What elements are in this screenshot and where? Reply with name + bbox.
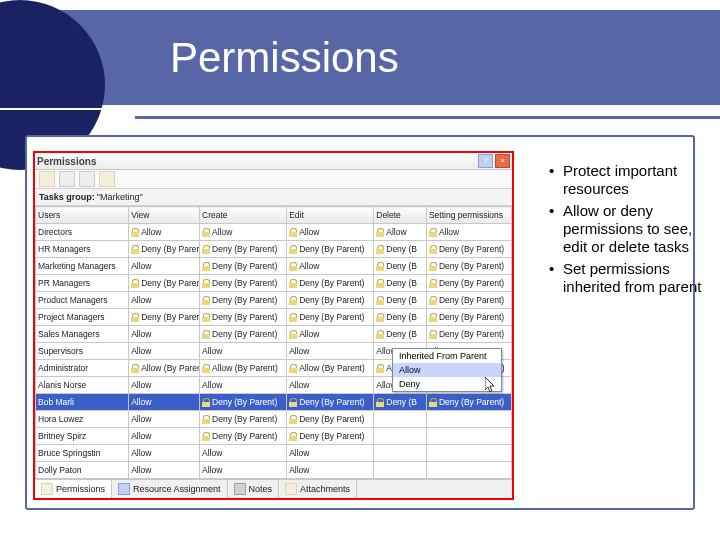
toolbar-button-3[interactable] [79, 171, 95, 187]
column-header[interactable]: Edit [287, 207, 374, 224]
permission-cell[interactable]: Deny (By Parent) [426, 292, 511, 309]
permission-cell[interactable]: Allow [287, 224, 374, 241]
permission-cell[interactable]: Deny (By Parent) [200, 258, 287, 275]
permission-cell[interactable]: Deny (B [374, 258, 427, 275]
permission-cell[interactable]: Deny (By Parent) [426, 241, 511, 258]
permission-cell[interactable]: Allow [129, 343, 200, 360]
permission-cell[interactable]: Deny (By Parent) [129, 309, 200, 326]
permission-cell[interactable]: Deny (By Parent) [287, 292, 374, 309]
menu-item[interactable]: Allow [393, 363, 501, 377]
permission-cell[interactable]: Deny (By Parent) [200, 411, 287, 428]
permission-cell[interactable] [374, 445, 427, 462]
permission-cell[interactable]: Allow [129, 394, 200, 411]
permission-cell[interactable]: Allow [129, 377, 200, 394]
permission-cell[interactable]: Deny (By Parent) [287, 241, 374, 258]
table-row[interactable]: Britney SpirzAllowDeny (By Parent)Deny (… [36, 428, 512, 445]
toolbar-button-1[interactable] [39, 171, 55, 187]
table-row[interactable]: DirectorsAllowAllowAllowAllowAllow [36, 224, 512, 241]
permission-cell[interactable]: Allow [287, 462, 374, 479]
permission-cell[interactable]: Deny (By Parent) [426, 394, 511, 411]
permission-cell[interactable]: Deny (B [374, 275, 427, 292]
table-row[interactable]: Bruce SpringstinAllowAllowAllow [36, 445, 512, 462]
permission-cell[interactable]: Deny (By Parent) [200, 292, 287, 309]
row-user-cell[interactable]: PR Managers [36, 275, 129, 292]
row-user-cell[interactable]: Project Managers [36, 309, 129, 326]
table-row[interactable]: Product ManagersAllowDeny (By Parent)Den… [36, 292, 512, 309]
permission-cell[interactable]: Allow [287, 343, 374, 360]
permission-cell[interactable]: Deny (B [374, 292, 427, 309]
row-user-cell[interactable]: Alanis Norse [36, 377, 129, 394]
permission-cell[interactable]: Allow [200, 462, 287, 479]
column-header[interactable]: Delete [374, 207, 427, 224]
permission-cell[interactable]: Deny (B [374, 241, 427, 258]
permission-cell[interactable]: Allow [129, 326, 200, 343]
row-user-cell[interactable]: Britney Spirz [36, 428, 129, 445]
tab-resource-assignment[interactable]: Resource Assignment [112, 480, 228, 498]
row-user-cell[interactable]: Bob Marli [36, 394, 129, 411]
permission-cell[interactable]: Allow [374, 224, 427, 241]
row-user-cell[interactable]: Dolly Paton [36, 462, 129, 479]
permission-cell[interactable]: Allow [129, 428, 200, 445]
permission-cell[interactable]: Deny (By Parent) [426, 326, 511, 343]
permission-cell[interactable]: Deny (By Parent) [200, 309, 287, 326]
permission-cell[interactable] [374, 428, 427, 445]
column-header[interactable]: View [129, 207, 200, 224]
permission-cell[interactable] [374, 411, 427, 428]
table-row[interactable]: Bob MarliAllowDeny (By Parent)Deny (By P… [36, 394, 512, 411]
permission-cell[interactable] [374, 462, 427, 479]
permission-cell[interactable]: Allow [200, 224, 287, 241]
table-row[interactable]: Project ManagersDeny (By Parent)Deny (By… [36, 309, 512, 326]
column-header[interactable]: Users [36, 207, 129, 224]
panel-help-icon[interactable]: ? [478, 154, 493, 168]
permission-cell[interactable]: Deny (By Parent) [287, 428, 374, 445]
menu-item[interactable]: Inherited From Parent [393, 349, 501, 363]
permission-cell[interactable]: Allow (By Parent) [287, 360, 374, 377]
permission-cell[interactable]: Allow [129, 411, 200, 428]
permission-cell[interactable]: Allow [200, 445, 287, 462]
toolbar-button-2[interactable] [59, 171, 75, 187]
row-user-cell[interactable]: Sales Managers [36, 326, 129, 343]
permission-cell[interactable]: Deny (By Parent) [426, 309, 511, 326]
permission-cell[interactable]: Allow [200, 377, 287, 394]
permission-cell[interactable]: Deny (B [374, 309, 427, 326]
permission-cell[interactable]: Allow [129, 462, 200, 479]
permission-cell[interactable]: Allow (By Parent) [200, 360, 287, 377]
row-user-cell[interactable]: HR Managers [36, 241, 129, 258]
permission-cell[interactable]: Allow [287, 445, 374, 462]
table-row[interactable]: Hora LowezAllowDeny (By Parent)Deny (By … [36, 411, 512, 428]
row-user-cell[interactable]: Directors [36, 224, 129, 241]
permission-cell[interactable]: Allow [287, 377, 374, 394]
row-user-cell[interactable]: Bruce Springstin [36, 445, 129, 462]
table-row[interactable]: Sales ManagersAllowDeny (By Parent)Allow… [36, 326, 512, 343]
column-header[interactable]: Create [200, 207, 287, 224]
permission-cell[interactable]: Deny (By Parent) [287, 394, 374, 411]
permission-cell[interactable]: Allow [129, 292, 200, 309]
permission-cell[interactable]: Allow [129, 224, 200, 241]
column-header[interactable]: Setting permissions [426, 207, 511, 224]
permission-cell[interactable]: Deny (B [374, 394, 427, 411]
permission-cell[interactable]: Deny (By Parent) [129, 275, 200, 292]
table-row[interactable]: Dolly PatonAllowAllowAllow [36, 462, 512, 479]
row-user-cell[interactable]: Product Managers [36, 292, 129, 309]
permission-cell[interactable]: Deny (By Parent) [200, 394, 287, 411]
permission-cell[interactable]: Deny (By Parent) [200, 326, 287, 343]
toolbar-button-4[interactable] [99, 171, 115, 187]
permission-cell[interactable]: Deny (By Parent) [200, 241, 287, 258]
permission-cell[interactable]: Deny (B [374, 326, 427, 343]
table-row[interactable]: HR ManagersDeny (By Parent)Deny (By Pare… [36, 241, 512, 258]
panel-close-icon[interactable]: × [495, 154, 510, 168]
table-row[interactable]: Marketing ManagersAllowDeny (By Parent)A… [36, 258, 512, 275]
row-user-cell[interactable]: Marketing Managers [36, 258, 129, 275]
permission-cell[interactable]: Allow [426, 224, 511, 241]
permission-cell[interactable] [426, 428, 511, 445]
tab-notes[interactable]: Notes [228, 480, 280, 498]
row-user-cell[interactable]: Hora Lowez [36, 411, 129, 428]
row-user-cell[interactable]: Administrator [36, 360, 129, 377]
permission-cell[interactable]: Deny (By Parent) [287, 309, 374, 326]
permission-cell[interactable]: Deny (By Parent) [287, 275, 374, 292]
permission-cell[interactable]: Deny (By Parent) [129, 241, 200, 258]
permission-cell[interactable]: Allow [200, 343, 287, 360]
permission-cell[interactable]: Allow [129, 445, 200, 462]
permission-cell[interactable]: Deny (By Parent) [200, 428, 287, 445]
row-user-cell[interactable]: Supervisors [36, 343, 129, 360]
